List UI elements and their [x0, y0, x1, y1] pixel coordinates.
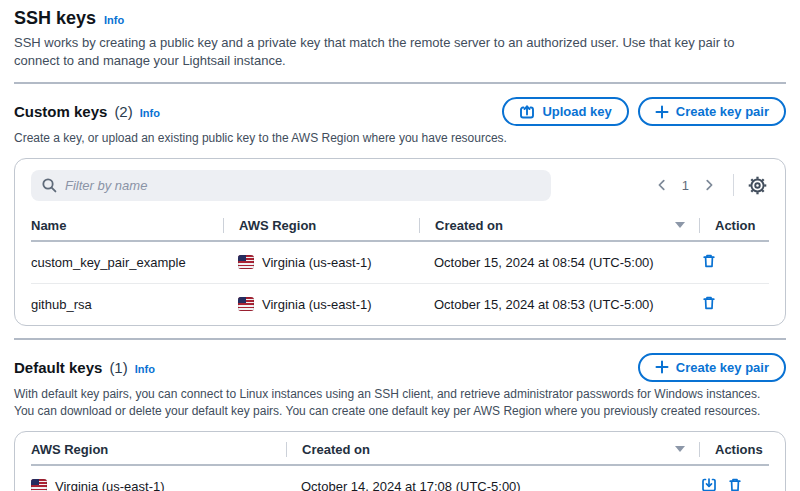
key-region: Virginia (us-east-1)	[223, 255, 419, 270]
row-actions	[699, 253, 769, 272]
upload-key-label: Upload key	[542, 104, 611, 119]
column-header-aws-region[interactable]: AWS Region	[31, 442, 286, 457]
custom-keys-table-header: Name AWS Region Created on Action	[31, 210, 769, 242]
default-keys-title: Default keys	[14, 359, 102, 376]
delete-key-button[interactable]	[727, 477, 743, 491]
current-page-number: 1	[678, 178, 693, 193]
default-keys-card: AWS Region Created on Actions Virginia (…	[14, 431, 786, 491]
custom-keys-description: Create a key, or upload an existing publ…	[14, 130, 774, 147]
create-default-key-pair-button[interactable]: Create key pair	[638, 353, 786, 382]
sort-descending-icon	[675, 222, 685, 228]
plus-icon	[655, 360, 669, 374]
key-created-on: October 15, 2024 at 08:54 (UTC-5:00)	[419, 255, 699, 270]
custom-keys-title: Custom keys	[14, 103, 107, 120]
delete-key-button[interactable]	[701, 253, 717, 272]
key-region: Virginia (us-east-1)	[223, 297, 419, 312]
default-keys-description-line2: You can download or delete your default …	[14, 403, 774, 420]
key-name: github_rsa	[31, 297, 223, 312]
upload-key-button[interactable]: Upload key	[502, 97, 628, 126]
us-flag-icon	[238, 255, 254, 269]
key-region: Virginia (us-east-1)	[31, 479, 286, 491]
table-row: Virginia (us-east-1) October 14, 2024 at…	[31, 466, 769, 491]
download-icon	[701, 477, 717, 491]
upload-icon	[519, 104, 535, 120]
custom-keys-count: (2)	[114, 103, 132, 120]
section-divider	[14, 82, 786, 84]
us-flag-icon	[31, 479, 47, 491]
page-header: SSH keys Info	[14, 6, 786, 29]
us-flag-icon	[238, 297, 254, 311]
table-preferences-gear-icon[interactable]	[746, 174, 769, 197]
default-keys-header: Default keys (1) Info Create key pair	[14, 353, 786, 382]
page-info-link[interactable]: Info	[104, 14, 124, 26]
delete-key-button[interactable]	[701, 295, 717, 314]
next-page-button[interactable]	[697, 176, 721, 194]
plus-icon	[655, 105, 669, 119]
page-title: SSH keys	[14, 8, 96, 29]
search-icon	[41, 177, 58, 198]
previous-page-button[interactable]	[650, 176, 674, 194]
custom-keys-toolbar: 1	[31, 170, 769, 201]
default-keys-description: With default key pairs, you can connect …	[14, 386, 774, 421]
column-header-created-on[interactable]: Created on	[419, 218, 699, 233]
custom-keys-info-link[interactable]: Info	[140, 107, 160, 119]
sort-descending-icon	[675, 446, 685, 452]
custom-keys-header: Custom keys (2) Info Upload key Create k…	[14, 97, 786, 126]
trash-icon	[701, 295, 717, 314]
column-header-action: Action	[699, 218, 769, 233]
download-key-button[interactable]	[701, 477, 717, 491]
column-header-aws-region[interactable]: AWS Region	[223, 218, 419, 233]
key-created-on: October 15, 2024 at 08:53 (UTC-5:00)	[419, 297, 699, 312]
create-default-key-pair-label: Create key pair	[676, 360, 769, 375]
pagination: 1	[650, 174, 769, 197]
filter-field	[31, 170, 551, 201]
column-header-name[interactable]: Name	[31, 218, 223, 233]
filter-by-name-input[interactable]	[31, 170, 551, 201]
page-description: SSH works by creating a public key and a…	[14, 34, 782, 70]
create-key-pair-button[interactable]: Create key pair	[638, 97, 786, 126]
default-keys-table-header: AWS Region Created on Actions	[31, 434, 769, 466]
key-created-on: October 14, 2024 at 17:08 (UTC-5:00)	[286, 479, 699, 491]
section-divider	[14, 338, 786, 340]
table-row: custom_key_pair_example Virginia (us-eas…	[31, 242, 769, 284]
create-key-pair-label: Create key pair	[676, 104, 769, 119]
default-keys-count: (1)	[109, 359, 127, 376]
trash-icon	[701, 253, 717, 272]
column-header-created-on[interactable]: Created on	[286, 442, 699, 457]
default-keys-info-link[interactable]: Info	[135, 363, 155, 375]
ssh-keys-page: SSH keys Info SSH works by creating a pu…	[0, 0, 800, 491]
key-name: custom_key_pair_example	[31, 255, 223, 270]
toolbar-divider	[733, 174, 734, 196]
row-actions	[699, 477, 769, 491]
table-row: github_rsa Virginia (us-east-1) October …	[31, 284, 769, 325]
trash-icon	[727, 477, 743, 491]
default-keys-description-line1: With default key pairs, you can connect …	[14, 386, 774, 403]
row-actions	[699, 295, 769, 314]
column-header-actions: Actions	[699, 442, 769, 457]
custom-keys-card: 1 Name AWS Region Created on Action cust…	[14, 158, 786, 326]
